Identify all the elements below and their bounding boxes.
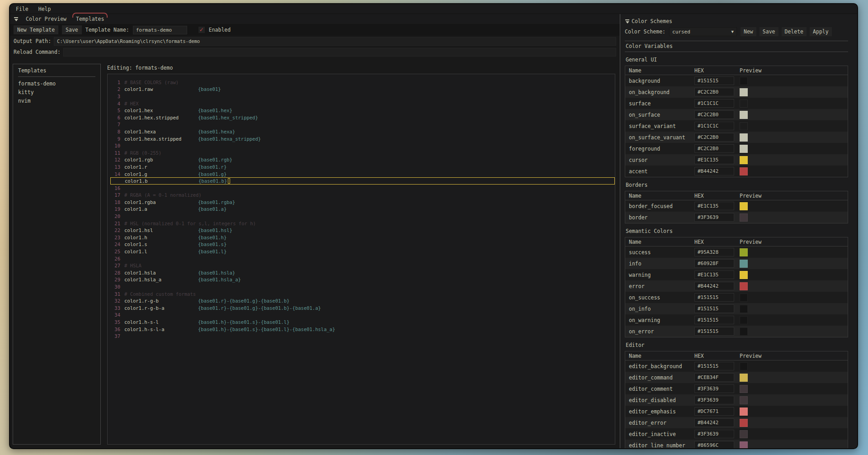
code-key: color1.h-s-l-a — [124, 327, 198, 332]
color-swatch[interactable] — [740, 202, 748, 210]
hex-cell: #3F3639 — [694, 396, 740, 404]
color-swatch[interactable] — [740, 362, 748, 370]
chevron-down-icon: ▼ — [731, 29, 734, 34]
tab-color-preview[interactable]: Color Preview — [24, 15, 68, 23]
color-swatch[interactable] — [740, 441, 748, 449]
color-swatch[interactable] — [740, 294, 748, 302]
color-swatch[interactable] — [740, 88, 748, 96]
color-swatch[interactable] — [740, 100, 748, 108]
hex-value-input[interactable]: #CEB34F — [694, 373, 734, 382]
hex-value-input[interactable]: #C2C2B0 — [694, 144, 734, 153]
line-number: 13 — [110, 164, 120, 170]
template-item-formats-demo[interactable]: formats-demo — [18, 80, 95, 88]
table-row-editor-emphasis: editor_emphasis#DC7671 — [625, 406, 848, 417]
code-line: 2color1.raw{base01} — [110, 86, 615, 93]
color-swatch[interactable] — [740, 122, 748, 130]
table-row-editor-disabled: editor_disabled#3F3639 — [625, 394, 848, 406]
template-item-nvim[interactable]: nvim — [18, 97, 95, 105]
menu-item-help[interactable]: Help — [38, 6, 51, 12]
hex-value-input[interactable]: #B44242 — [694, 418, 734, 427]
color-swatch[interactable] — [740, 419, 748, 427]
code-line: 18color1.rgba{base01.rgba} — [110, 199, 615, 206]
hex-value-input[interactable]: #151515 — [694, 293, 734, 302]
tab-templates[interactable]: Templates — [74, 15, 106, 23]
hex-value-input[interactable]: #1C1C1C — [694, 122, 734, 130]
hex-value-input[interactable]: #B44242 — [694, 282, 734, 290]
color-swatch[interactable] — [740, 374, 748, 382]
variable-name: info — [625, 261, 694, 267]
code-key: color1.r — [124, 164, 198, 170]
hex-value-input[interactable]: #E1C135 — [694, 270, 734, 279]
code-value: {base01.rgba} — [198, 199, 235, 205]
hex-value-input[interactable]: #95A328 — [694, 248, 734, 256]
hex-value-input[interactable]: #E1C135 — [694, 202, 734, 210]
new-template-button[interactable]: New Template — [14, 25, 58, 34]
hex-value-input[interactable]: #86596C — [694, 441, 734, 448]
app-body: Color PreviewTemplates New Template Save… — [10, 14, 857, 448]
variable-name: border — [625, 214, 694, 221]
color-swatch[interactable] — [740, 282, 748, 290]
color-swatch[interactable] — [740, 385, 748, 393]
hex-value-input[interactable]: #151515 — [694, 76, 734, 85]
new-scheme-button[interactable]: New — [741, 27, 756, 36]
line-number: 31 — [110, 291, 120, 297]
menu-item-file[interactable]: File — [16, 6, 28, 12]
color-swatch[interactable] — [740, 213, 748, 222]
enabled-label: Enabled — [209, 27, 231, 33]
hex-value-input[interactable]: #151515 — [694, 327, 734, 336]
template-item-kitty[interactable]: kitty — [18, 88, 95, 97]
variable-name: warning — [625, 272, 694, 278]
reload-command-input[interactable] — [63, 48, 616, 57]
color-schemes-panel: Color Schemes Color Scheme: cursed ▼ New… — [620, 14, 857, 448]
apply-scheme-button[interactable]: Apply — [810, 27, 832, 36]
variable-name: background — [625, 78, 694, 84]
color-swatch[interactable] — [740, 396, 748, 404]
templates-workspace: Templates formats-demokittynvim Editing:… — [10, 57, 620, 448]
collapse-panel-icon[interactable] — [14, 17, 19, 21]
hex-value-input[interactable]: #151515 — [694, 304, 734, 313]
hex-value-input[interactable]: #1C1C1C — [694, 99, 734, 108]
collapse-schemes-icon[interactable] — [625, 19, 630, 24]
hex-value-input[interactable]: #DC7671 — [694, 407, 734, 416]
hex-value-input[interactable]: #E1C135 — [694, 156, 734, 164]
hex-value-input[interactable]: #C2C2B0 — [694, 88, 734, 96]
color-swatch[interactable] — [740, 111, 748, 119]
hex-value-input[interactable]: #B44242 — [694, 167, 734, 175]
line-number: 4 — [110, 101, 120, 106]
hex-value-input[interactable]: #151515 — [694, 362, 734, 370]
line-number: 29 — [110, 277, 120, 282]
delete-scheme-button[interactable]: Delete — [782, 27, 807, 36]
enabled-checkbox[interactable]: ✓ — [198, 26, 205, 33]
color-swatch[interactable] — [740, 77, 748, 85]
hex-value-input[interactable]: #151515 — [694, 316, 734, 324]
template-name-input[interactable] — [133, 26, 187, 34]
color-swatch[interactable] — [740, 316, 748, 324]
color-scheme-select[interactable]: cursed ▼ — [669, 27, 737, 36]
hex-value-input[interactable]: #3F3639 — [694, 213, 734, 222]
save-template-button[interactable]: Save — [62, 25, 82, 34]
color-swatch[interactable] — [740, 327, 748, 336]
code-area[interactable]: 1# BASE COLORS (raw)2color1.raw{base01}3… — [107, 74, 615, 445]
table-row-editor-error: editor_error#B44242 — [625, 417, 848, 428]
output-path-input[interactable] — [54, 37, 616, 46]
hex-value-input[interactable]: #C2C2B0 — [694, 133, 734, 142]
color-swatch[interactable] — [740, 305, 748, 313]
color-swatch[interactable] — [740, 167, 748, 175]
section-title-semantic-colors: Semantic Colors — [626, 228, 848, 235]
color-swatch[interactable] — [740, 133, 748, 142]
table-header-row: NameHEXPreview — [625, 351, 848, 360]
hex-value-input[interactable]: #3F3639 — [694, 396, 734, 404]
hex-value-input[interactable]: #C2C2B0 — [694, 110, 734, 119]
color-swatch[interactable] — [740, 248, 748, 256]
color-swatch[interactable] — [740, 408, 748, 416]
hex-cell: #151515 — [694, 327, 740, 336]
hex-value-input[interactable]: #3F3639 — [694, 430, 734, 438]
hex-value-input[interactable]: #3F3639 — [694, 384, 734, 393]
color-swatch[interactable] — [740, 430, 748, 438]
color-swatch[interactable] — [740, 260, 748, 268]
color-swatch[interactable] — [740, 271, 748, 279]
hex-value-input[interactable]: #60928F — [694, 259, 734, 268]
save-scheme-button[interactable]: Save — [760, 27, 778, 36]
color-swatch[interactable] — [740, 156, 748, 164]
color-swatch[interactable] — [740, 145, 748, 153]
